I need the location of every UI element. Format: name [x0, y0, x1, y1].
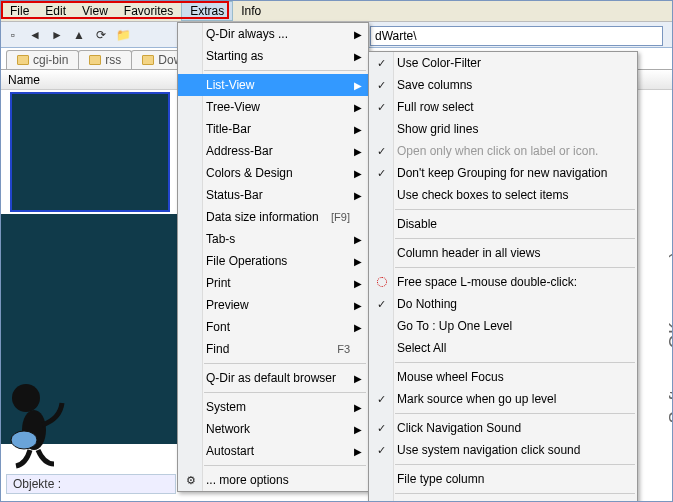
check-icon: ✓	[377, 167, 386, 180]
menu-file[interactable]: File	[2, 2, 37, 20]
menu-view[interactable]: View	[74, 2, 116, 20]
menu-favorites[interactable]: Favorites	[116, 2, 181, 20]
tab-rss[interactable]: rss	[78, 50, 132, 69]
extras-item-23[interactable]: ⚙... more options	[178, 469, 368, 491]
submenu-arrow-icon: ▶	[354, 80, 362, 91]
submenu-arrow-icon: ▶	[354, 424, 362, 435]
extras-item-9[interactable]: Data size information[F9]	[178, 206, 368, 228]
listview-submenu: ✓Use Color-Filter✓Save columns✓Full row …	[368, 51, 638, 502]
hotkey-label: F3	[337, 343, 350, 355]
submenu-arrow-icon: ▶	[354, 278, 362, 289]
listview-item-3[interactable]: Show grid lines	[369, 118, 637, 140]
listview-separator	[395, 464, 635, 465]
menu-item-label: Go To : Up One Level	[397, 319, 512, 333]
back-icon[interactable]: ◄	[26, 26, 44, 44]
listview-item-10[interactable]: Column header in all views	[369, 242, 637, 264]
listview-item-25[interactable]: System defaults	[369, 497, 637, 502]
file-list-pane[interactable]	[10, 92, 170, 212]
listview-item-14[interactable]: Go To : Up One Level	[369, 315, 637, 337]
listview-item-12[interactable]: Free space L-mouse double-click:	[369, 271, 637, 293]
extras-item-8[interactable]: Status-Bar▶	[178, 184, 368, 206]
extras-item-21[interactable]: Autostart▶	[178, 440, 368, 462]
menu-item-label: Status-Bar	[206, 188, 263, 202]
extras-item-7[interactable]: Colors & Design▶	[178, 162, 368, 184]
extras-item-6[interactable]: Address-Bar▶	[178, 140, 368, 162]
menu-item-label: Don't keep Grouping for new navigation	[397, 166, 607, 180]
extras-separator	[204, 465, 366, 466]
refresh-icon[interactable]: ⟳	[92, 26, 110, 44]
extras-item-1[interactable]: Starting as▶	[178, 45, 368, 67]
folder-icon	[89, 55, 101, 65]
menu-info[interactable]: Info	[233, 2, 269, 20]
listview-item-20[interactable]: ✓Click Navigation Sound	[369, 417, 637, 439]
submenu-arrow-icon: ▶	[354, 29, 362, 40]
submenu-arrow-icon: ▶	[354, 168, 362, 179]
menu-item-label: Mark source when go up level	[397, 392, 556, 406]
extras-item-19[interactable]: System▶	[178, 396, 368, 418]
menu-item-label: List-View	[206, 78, 254, 92]
folder-icon[interactable]: 📁	[114, 26, 132, 44]
listview-item-2[interactable]: ✓Full row select	[369, 96, 637, 118]
submenu-arrow-icon: ▶	[354, 256, 362, 267]
submenu-arrow-icon: ▶	[354, 446, 362, 457]
status-bar: Objekte :	[6, 474, 176, 494]
extras-item-5[interactable]: Title-Bar▶	[178, 118, 368, 140]
menu-item-label: Select All	[397, 341, 446, 355]
menu-item-label: Column header in all views	[397, 246, 540, 260]
up-icon[interactable]: ▲	[70, 26, 88, 44]
listview-separator	[395, 267, 635, 268]
address-bar[interactable]: dWarte\	[370, 26, 663, 46]
extras-menu: Q-Dir always ...▶Starting as▶List-View▶T…	[177, 22, 369, 492]
extras-item-17[interactable]: Q-Dir as default browser▶	[178, 367, 368, 389]
listview-item-23[interactable]: File type column	[369, 468, 637, 490]
menu-item-label: Click Navigation Sound	[397, 421, 521, 435]
listview-item-4: ✓Open only when click on label or icon.	[369, 140, 637, 162]
listview-separator	[395, 493, 635, 494]
svg-point-0	[12, 384, 40, 412]
menu-item-label: Tab-s	[206, 232, 235, 246]
menu-extras[interactable]: Extras	[181, 1, 233, 21]
menu-item-label: Q-Dir always ...	[206, 27, 288, 41]
listview-separator	[395, 362, 635, 363]
tab-cgi-bin[interactable]: cgi-bin	[6, 50, 79, 69]
extras-item-0[interactable]: Q-Dir always ...▶	[178, 23, 368, 45]
listview-item-17[interactable]: Mouse wheel Focus	[369, 366, 637, 388]
menu-item-label: Tree-View	[206, 100, 260, 114]
menu-item-label: Colors & Design	[206, 166, 293, 180]
menu-edit[interactable]: Edit	[37, 2, 74, 20]
menu-item-label: Do Nothing	[397, 297, 457, 311]
extras-item-15[interactable]: FindF3	[178, 338, 368, 360]
check-icon: ✓	[377, 444, 386, 457]
menu-item-label: Q-Dir as default browser	[206, 371, 336, 385]
listview-item-21[interactable]: ✓Use system navigation click sound	[369, 439, 637, 461]
check-icon: ✓	[377, 79, 386, 92]
menu-item-label: Show grid lines	[397, 122, 478, 136]
new-window-icon[interactable]: ▫	[4, 26, 22, 44]
listview-item-0[interactable]: ✓Use Color-Filter	[369, 52, 637, 74]
submenu-arrow-icon: ▶	[354, 102, 362, 113]
extras-item-14[interactable]: Font▶	[178, 316, 368, 338]
listview-item-15[interactable]: Select All	[369, 337, 637, 359]
menu-item-label: Use system navigation click sound	[397, 443, 580, 457]
listview-item-8[interactable]: Disable	[369, 213, 637, 235]
menu-item-label: Use check boxes to select items	[397, 188, 568, 202]
forward-icon[interactable]: ►	[48, 26, 66, 44]
check-icon: ✓	[377, 57, 386, 70]
menu-item-label: Mouse wheel Focus	[397, 370, 504, 384]
listview-item-6[interactable]: Use check boxes to select items	[369, 184, 637, 206]
extras-item-11[interactable]: File Operations▶	[178, 250, 368, 272]
extras-separator	[204, 363, 366, 364]
extras-item-3[interactable]: List-View▶	[178, 74, 368, 96]
menu-item-label: Disable	[397, 217, 437, 231]
extras-item-10[interactable]: Tab-s▶	[178, 228, 368, 250]
submenu-arrow-icon: ▶	[354, 402, 362, 413]
extras-item-13[interactable]: Preview▶	[178, 294, 368, 316]
listview-item-18[interactable]: ✓Mark source when go up level	[369, 388, 637, 410]
listview-item-13[interactable]: ✓Do Nothing	[369, 293, 637, 315]
extras-item-4[interactable]: Tree-View▶	[178, 96, 368, 118]
extras-item-20[interactable]: Network▶	[178, 418, 368, 440]
extras-item-12[interactable]: Print▶	[178, 272, 368, 294]
listview-item-5[interactable]: ✓Don't keep Grouping for new navigation	[369, 162, 637, 184]
submenu-arrow-icon: ▶	[354, 300, 362, 311]
listview-item-1[interactable]: ✓Save columns	[369, 74, 637, 96]
